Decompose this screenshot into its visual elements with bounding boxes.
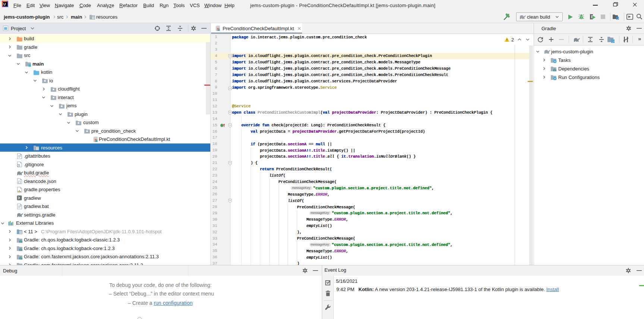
svg-text:{}: {} <box>18 181 22 184</box>
